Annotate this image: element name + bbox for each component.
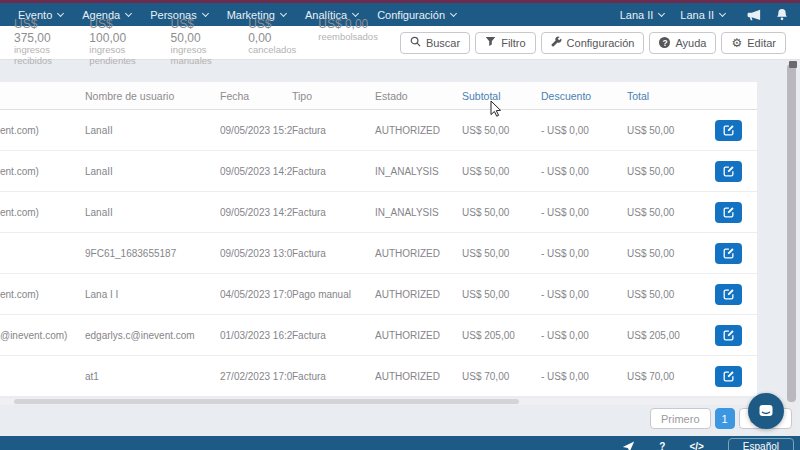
- cell-total: US$ 50,00: [627, 248, 713, 259]
- header-subtotal[interactable]: Subtotal: [462, 90, 541, 102]
- chevron-down-icon: [57, 10, 64, 17]
- stat-label: ingresos manuales: [171, 45, 227, 67]
- stat-block: US$ 375,00 ingresos recibidos: [14, 18, 67, 67]
- cell-type: Factura: [292, 248, 375, 259]
- cell-date: 09/05/2023 15:24: [220, 125, 292, 136]
- footer-help-icon[interactable]: ?: [659, 441, 665, 450]
- edit-row-button[interactable]: [715, 202, 742, 223]
- header-total[interactable]: Total: [627, 90, 713, 102]
- cell-status: AUTHORIZED: [375, 371, 462, 382]
- cell-total: US$ 205,00: [627, 330, 713, 341]
- edit-row-button[interactable]: [715, 161, 742, 182]
- table-row: ent.com) Lana I I 04/05/2023 17:00 Pago …: [0, 274, 757, 315]
- stat-block: US$ 0,00 cancelados: [248, 18, 296, 67]
- filter-button[interactable]: Filtro: [475, 32, 535, 54]
- edit-row-button[interactable]: [715, 243, 742, 264]
- horizontal-scrollbar[interactable]: [0, 398, 757, 405]
- cell-total: US$ 50,00: [627, 207, 713, 218]
- footer-bar: ? </> Español: [0, 436, 800, 450]
- cell-discount: - US$ 0,00: [541, 330, 627, 341]
- header-discount[interactable]: Descuento: [541, 90, 627, 102]
- header-status: Estado: [375, 90, 462, 102]
- stat-label: ingresos recibidos: [14, 45, 67, 67]
- stat-label: reembolsados: [318, 32, 378, 43]
- table-header-row: Nombre de usuario Fecha Tipo Estado Subt…: [0, 82, 757, 110]
- cell-total: US$ 50,00: [627, 125, 713, 136]
- bell-icon[interactable]: [776, 8, 788, 21]
- cell-email: ent.com): [0, 166, 85, 177]
- edit-pencil-icon: [723, 124, 735, 136]
- cell-username: at1: [85, 371, 220, 382]
- cell-username: 9FC61_1683655187: [85, 248, 220, 259]
- cell-type: Pago manual: [292, 289, 375, 300]
- edit-row-button[interactable]: [715, 366, 742, 387]
- send-icon[interactable]: [622, 441, 635, 450]
- payments-table: Nombre de usuario Fecha Tipo Estado Subt…: [0, 82, 757, 397]
- search-button[interactable]: Buscar: [400, 32, 470, 54]
- cell-type: Factura: [292, 330, 375, 341]
- help-button-label: Ayuda: [675, 37, 706, 49]
- stats-list: US$ 375,00 ingresos recibidos US$ 100,00…: [14, 18, 400, 67]
- chevron-down-icon: [202, 10, 209, 17]
- cell-status: AUTHORIZED: [375, 248, 462, 259]
- cell-subtotal: US$ 50,00: [462, 125, 541, 136]
- stat-block: US$ 50,00 ingresos manuales: [171, 18, 227, 67]
- pagination-first-button[interactable]: Primero: [650, 408, 711, 429]
- table-row: @inevent.com) edgarlys.c@inevent.com 01/…: [0, 315, 757, 356]
- cell-date: 04/05/2023 17:00: [220, 289, 292, 300]
- header-date: Fecha: [220, 90, 292, 102]
- settings-button[interactable]: Configuración: [541, 32, 645, 54]
- pagination-current-page[interactable]: 1: [715, 408, 735, 429]
- account-dropdown[interactable]: Lana II: [672, 9, 733, 21]
- settings-button-label: Configuración: [567, 37, 635, 49]
- table-row: ent.com) LanaII 09/05/2023 15:24 Factura…: [0, 110, 757, 151]
- filter-icon: [485, 36, 496, 49]
- chevron-down-icon: [352, 10, 359, 17]
- horizontal-scrollbar-thumb[interactable]: [14, 399, 519, 404]
- cell-subtotal: US$ 70,00: [462, 371, 541, 382]
- account-dropdown[interactable]: Lana II: [612, 9, 673, 21]
- vertical-scrollbar-thumb[interactable]: [787, 64, 796, 402]
- vertical-scrollbar[interactable]: [786, 60, 797, 436]
- cell-type: Factura: [292, 166, 375, 177]
- table-row: 9FC61_1683655187 09/05/2023 13:07 Factur…: [0, 233, 757, 274]
- chat-launcher-button[interactable]: [748, 393, 784, 429]
- edit-pencil-icon: [723, 370, 735, 382]
- chevron-down-icon: [280, 10, 287, 17]
- edit-mode-button[interactable]: ⚙ Editar: [721, 32, 786, 54]
- header-username: Nombre de usuario: [85, 90, 220, 102]
- cell-status: AUTHORIZED: [375, 289, 462, 300]
- cell-email: ent.com): [0, 207, 85, 218]
- cell-type: Factura: [292, 371, 375, 382]
- cell-date: 09/05/2023 14:27: [220, 207, 292, 218]
- cell-date: 27/02/2023 17:09: [220, 371, 292, 382]
- cell-username: edgarlys.c@inevent.com: [85, 330, 220, 341]
- cell-subtotal: US$ 50,00: [462, 207, 541, 218]
- language-button[interactable]: Español: [728, 438, 794, 450]
- filter-button-label: Filtro: [501, 37, 525, 49]
- stat-block: US$ 0,00 reembolsados: [318, 18, 378, 67]
- code-icon[interactable]: </>: [689, 441, 703, 450]
- edit-row-button[interactable]: [715, 120, 742, 141]
- stats-bar: US$ 375,00 ingresos recibidos US$ 100,00…: [0, 26, 800, 60]
- account-menu-list: Lana II Lana II: [612, 9, 733, 21]
- cell-status: IN_ANALYSIS: [375, 207, 462, 218]
- edit-button-label: Editar: [747, 37, 776, 49]
- cell-username: LanaII: [85, 207, 220, 218]
- help-button[interactable]: ? Ayuda: [649, 32, 716, 54]
- account-label: Lana II: [620, 9, 654, 21]
- edit-row-button[interactable]: [715, 284, 742, 305]
- cell-discount: - US$ 0,00: [541, 248, 627, 259]
- cell-subtotal: US$ 205,00: [462, 330, 541, 341]
- edit-row-button[interactable]: [715, 325, 742, 346]
- cell-status: AUTHORIZED: [375, 125, 462, 136]
- table-row: ent.com) LanaII 09/05/2023 14:27 Factura…: [0, 192, 757, 233]
- stat-value: US$ 100,00: [89, 18, 148, 46]
- cell-subtotal: US$ 50,00: [462, 166, 541, 177]
- stat-value: US$ 375,00: [14, 18, 67, 46]
- cell-date: 09/05/2023 14:27: [220, 166, 292, 177]
- megaphone-icon[interactable]: [747, 9, 762, 21]
- edit-pencil-icon: [723, 165, 735, 177]
- cell-date: 09/05/2023 13:07: [220, 248, 292, 259]
- toolbar: Buscar Filtro Configuración ? Ayuda ⚙ Ed…: [400, 32, 786, 54]
